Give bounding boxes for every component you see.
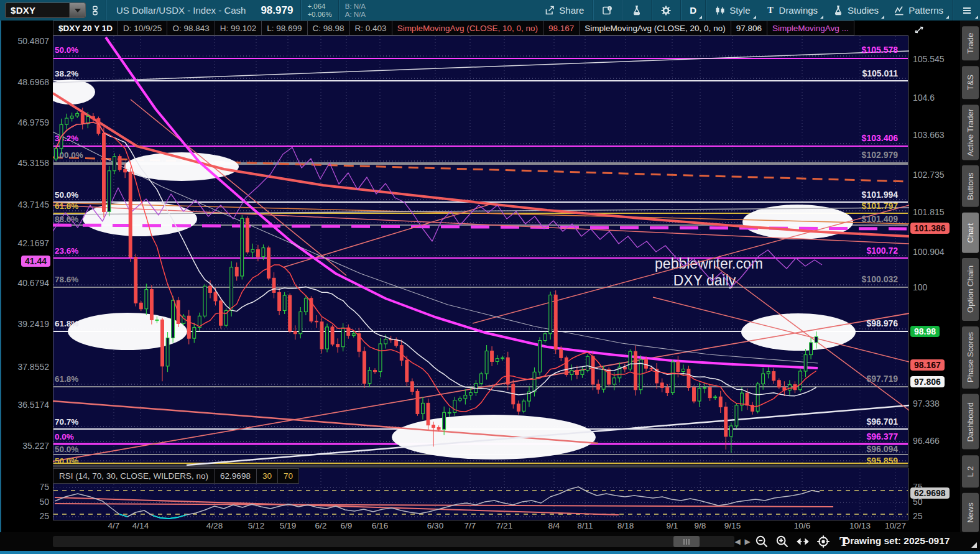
left-axis-tick: 48.6968 bbox=[17, 77, 49, 87]
divider bbox=[300, 0, 301, 21]
price-badge: 101.386 bbox=[910, 223, 950, 234]
svg-text:78.6%: 78.6% bbox=[55, 275, 78, 284]
studies-label: Studies bbox=[848, 5, 879, 16]
settings-button[interactable] bbox=[653, 0, 679, 21]
svg-text:88.6%: 88.6% bbox=[55, 215, 78, 224]
zoom-out-button[interactable] bbox=[754, 533, 770, 550]
notes-button[interactable] bbox=[594, 0, 621, 21]
symbol-dropdown-icon[interactable] bbox=[69, 3, 85, 17]
left-price-axis[interactable]: 50.480748.696846.975945.315843.714542.16… bbox=[0, 21, 53, 532]
svg-text:100.0%: 100.0% bbox=[55, 150, 83, 160]
left-axis-tick: 40.6794 bbox=[17, 278, 49, 288]
note-info-icon bbox=[602, 5, 613, 16]
time-axis-label: 7/7 bbox=[465, 521, 476, 530]
time-axis[interactable]: 4/74/144/285/125/196/26/96/166/307/77/21… bbox=[53, 520, 909, 532]
sma20-study-label[interactable]: SimpleMovingAvg (CLOSE, 20, 0, no) bbox=[580, 21, 731, 35]
rsi-oversold-level: 30 bbox=[257, 468, 278, 484]
right-price-axis[interactable]: 105.545104.6103.663102.735101.815100.904… bbox=[909, 21, 960, 532]
svg-text:$100.72: $100.72 bbox=[866, 246, 898, 256]
left-axis-tick: 39.2419 bbox=[17, 319, 49, 329]
svg-text:$96.377: $96.377 bbox=[866, 432, 898, 441]
sidebar-tab-dashboard[interactable]: Dashboard bbox=[962, 394, 979, 450]
time-axis-label: 7/21 bbox=[496, 521, 512, 530]
sidebar-tab-t-s[interactable]: T&S bbox=[962, 66, 979, 99]
ohlc-low: L: 98.699 bbox=[262, 21, 307, 35]
sidebar-tab-trade[interactable]: Trade bbox=[962, 26, 979, 60]
right-axis-tick: 100.904 bbox=[913, 247, 945, 257]
scroll-left-arrow[interactable]: ◀ bbox=[733, 536, 742, 547]
share-icon bbox=[544, 5, 555, 16]
rsi-study-label[interactable]: RSI (14, 70, 30, CLOSE, WILDERS, no) bbox=[53, 468, 215, 484]
top-toolbar: $DXY US Dollar/USDX - Index - Cash 98.97… bbox=[0, 0, 980, 21]
expand-horizontal-button[interactable] bbox=[795, 533, 811, 550]
svg-text:$95.859: $95.859 bbox=[866, 456, 898, 466]
svg-text:$101.409: $101.409 bbox=[862, 214, 899, 224]
svg-text:61.8%: 61.8% bbox=[55, 374, 78, 384]
crosshair-button[interactable] bbox=[815, 533, 831, 550]
sidebar-tab-option-chain[interactable]: Option Chain bbox=[962, 258, 979, 321]
chart-menu-button[interactable] bbox=[954, 0, 980, 21]
divider bbox=[106, 0, 106, 21]
sma10-study-value: 98.167 bbox=[543, 21, 580, 35]
sidebar-tab-chart[interactable]: Chart bbox=[962, 213, 979, 253]
divider bbox=[622, 0, 622, 21]
ohlc-open: O: 98.843 bbox=[167, 21, 215, 35]
svg-text:23.6%: 23.6% bbox=[55, 246, 78, 256]
ohlc-high: H: 99.102 bbox=[215, 21, 262, 35]
sma10-study-label[interactable]: SimpleMovingAvg (CLOSE, 10, 0, no) bbox=[392, 21, 543, 35]
last-price: 98.979 bbox=[254, 4, 299, 17]
highlight-ellipse bbox=[392, 415, 596, 459]
divider bbox=[952, 0, 953, 21]
chart-panel: pebblewriter.comDXY daily50.0%$105.57838… bbox=[0, 21, 980, 532]
style-button[interactable]: Style bbox=[707, 0, 757, 21]
sidebar-tab-l-2[interactable]: L 2 bbox=[962, 455, 979, 487]
studies-button[interactable]: Studies bbox=[825, 0, 886, 21]
time-axis-label: 8/11 bbox=[577, 521, 593, 530]
svg-text:$96.701: $96.701 bbox=[866, 417, 898, 427]
svg-text:$98.976: $98.976 bbox=[866, 318, 898, 328]
rsi-overbought-level: 70 bbox=[278, 468, 299, 484]
analyze-button[interactable] bbox=[624, 0, 650, 21]
sidebar-tab-buttons[interactable]: Buttons bbox=[962, 165, 979, 207]
time-axis-label: 4/7 bbox=[108, 521, 120, 530]
menu-icon bbox=[961, 5, 973, 16]
sidebar-tab-phase-scores[interactable]: Phase Scores bbox=[962, 326, 979, 389]
sma20-study-value: 97.806 bbox=[731, 21, 767, 35]
drawings-button[interactable]: T Drawings bbox=[758, 0, 826, 21]
svg-text:$96.094: $96.094 bbox=[866, 444, 898, 454]
left-axis-tick: 45.3158 bbox=[17, 158, 49, 168]
drawing-set-selector[interactable]: Drawing set: 2025-0917 bbox=[843, 535, 950, 547]
left-axis-tick: 43.7145 bbox=[17, 200, 49, 210]
scroll-right-arrow[interactable]: ▶ bbox=[742, 536, 752, 547]
symbol-text: $DXY bbox=[6, 5, 69, 16]
sma3-study-label[interactable]: SimpleMovingAvg ... bbox=[767, 21, 854, 35]
divider bbox=[338, 0, 339, 21]
link-icon[interactable] bbox=[86, 0, 104, 21]
resize-grip-icon[interactable] bbox=[971, 542, 977, 548]
svg-text:61.8%: 61.8% bbox=[55, 319, 78, 328]
chart-scrollbar-track[interactable] bbox=[53, 536, 734, 547]
timeframe-label: D bbox=[690, 5, 696, 16]
svg-text:38.2%: 38.2% bbox=[55, 69, 78, 78]
divider bbox=[705, 0, 706, 21]
studies-flask-icon bbox=[833, 5, 844, 16]
price-badge: 62.9698 bbox=[910, 487, 950, 499]
sidebar-tab-active-trader[interactable]: Active Trader bbox=[962, 105, 979, 160]
time-axis-label: 10/13 bbox=[849, 521, 871, 530]
time-axis-label: 10/6 bbox=[794, 521, 810, 530]
timeframe-button[interactable]: D bbox=[682, 0, 704, 21]
sidebar-tab-news[interactable]: News bbox=[962, 493, 979, 532]
chart-zoom-controls: T bbox=[754, 533, 852, 550]
svg-text:50.0%: 50.0% bbox=[55, 456, 78, 466]
time-axis-label: 8/4 bbox=[548, 521, 560, 530]
patterns-button[interactable]: Patterns bbox=[886, 0, 951, 21]
svg-text:50.0%: 50.0% bbox=[55, 445, 78, 454]
price-chart-canvas[interactable]: pebblewriter.comDXY daily50.0%$105.57838… bbox=[53, 21, 909, 532]
chart-scrollbar-handle[interactable] bbox=[673, 536, 700, 547]
svg-text:70.7%: 70.7% bbox=[55, 417, 78, 427]
time-axis-label: 10/27 bbox=[885, 521, 906, 530]
share-button[interactable]: Share bbox=[537, 0, 591, 21]
auto-scale-icon[interactable] bbox=[913, 24, 925, 38]
symbol-input[interactable]: $DXY bbox=[5, 2, 86, 18]
zoom-in-button[interactable] bbox=[774, 533, 790, 550]
